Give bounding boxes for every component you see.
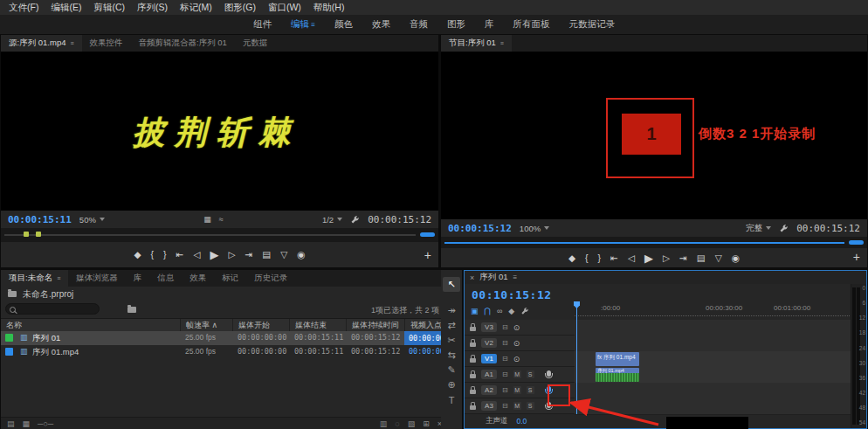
mark-in-icon[interactable]: { bbox=[151, 250, 155, 259]
item-name[interactable]: 序列 01 bbox=[32, 333, 60, 344]
lock-icon[interactable] bbox=[470, 343, 476, 347]
mark-out-icon[interactable]: } bbox=[163, 250, 167, 259]
mute-button[interactable]: M bbox=[513, 370, 521, 378]
go-to-out-icon[interactable]: ⇥ bbox=[679, 253, 687, 263]
drag-video-icon[interactable]: ▦ bbox=[203, 215, 211, 224]
workspace-tab[interactable]: 图形 bbox=[437, 18, 475, 31]
track-lane-v1[interactable]: fx 序列 01.mp4 bbox=[575, 351, 851, 368]
add-marker-icon[interactable]: ◆ bbox=[134, 250, 141, 259]
step-back-icon[interactable]: ◁ bbox=[193, 250, 200, 259]
hand-tool[interactable]: ⊕ bbox=[443, 377, 460, 392]
source-video-area[interactable]: 披荆斩棘 bbox=[1, 52, 438, 211]
program-zoom-select[interactable]: 100% bbox=[520, 224, 549, 233]
menu-item[interactable]: 图形(G) bbox=[218, 2, 262, 14]
step-back-icon[interactable]: ◁ bbox=[628, 253, 635, 263]
selection-tool[interactable]: ↖ bbox=[443, 277, 460, 292]
label-color-chip[interactable] bbox=[5, 348, 13, 356]
workspace-tab[interactable]: 编辑 bbox=[281, 18, 325, 31]
column-header[interactable]: 媒体结束 bbox=[289, 319, 346, 332]
lock-icon[interactable] bbox=[470, 327, 476, 331]
workspace-tab[interactable]: 音频 bbox=[400, 18, 437, 31]
mute-button[interactable]: M bbox=[513, 402, 521, 410]
toggle-output-icon[interactable]: ⊙ bbox=[513, 323, 520, 332]
workspace-tab[interactable]: 元数据记录 bbox=[559, 18, 624, 31]
master-track-header[interactable]: 主声道 0.0 bbox=[465, 414, 575, 427]
lift-icon[interactable]: ▤ bbox=[697, 253, 706, 263]
item-name[interactable]: 序列 01.mp4 bbox=[32, 347, 79, 358]
program-scrub-bar[interactable] bbox=[441, 237, 867, 248]
menu-item[interactable]: 窗口(W) bbox=[262, 2, 307, 14]
mark-in-icon[interactable]: { bbox=[585, 253, 589, 263]
toggle-output-icon[interactable]: ⊙ bbox=[513, 339, 520, 348]
go-to-in-icon[interactable]: ⇤ bbox=[610, 253, 618, 263]
program-settings-wrench-icon[interactable] bbox=[779, 224, 789, 233]
program-resolution-select[interactable]: 完整 bbox=[746, 223, 771, 234]
menu-item[interactable]: 文件(F) bbox=[3, 2, 45, 14]
column-header[interactable]: 帧速率 ∧ bbox=[180, 319, 232, 332]
master-track-level[interactable]: 0.0 bbox=[517, 417, 527, 426]
track-badge[interactable]: A1 bbox=[481, 370, 497, 379]
panel-tab[interactable]: 历史记录 bbox=[246, 270, 295, 287]
source-settings-wrench-icon[interactable] bbox=[350, 215, 360, 225]
solo-button[interactable]: S bbox=[527, 370, 534, 378]
track-header-v1[interactable]: V1 ⊟ ⊙ bbox=[465, 351, 575, 367]
column-header[interactable]: 媒体开始 bbox=[232, 319, 289, 332]
track-lane-v2[interactable] bbox=[575, 336, 851, 352]
add-marker-icon[interactable]: ◆ bbox=[508, 307, 514, 315]
mute-button[interactable]: M bbox=[513, 386, 521, 394]
source-zoom-select[interactable]: 50% bbox=[79, 215, 105, 225]
find-icon[interactable]: ◌ bbox=[395, 419, 399, 428]
menu-item[interactable]: 帮助(H) bbox=[307, 2, 351, 14]
toggle-output-icon[interactable]: ⊙ bbox=[513, 355, 520, 363]
lock-icon[interactable] bbox=[470, 390, 476, 394]
button-editor-icon[interactable]: + bbox=[424, 248, 431, 262]
column-header[interactable]: 媒体持续时间 bbox=[346, 319, 404, 332]
track-lane-v3[interactable] bbox=[575, 320, 851, 336]
track-badge[interactable]: V1 bbox=[481, 354, 497, 363]
go-to-out-icon[interactable]: ⇥ bbox=[245, 250, 253, 259]
sync-lock-icon[interactable]: ⊟ bbox=[502, 339, 508, 347]
workspace-tab[interactable]: 组件 bbox=[244, 18, 281, 31]
table-row[interactable]: ▥ 序列 01 25.00 fps 00:00:00:00 00:00:15:1… bbox=[1, 331, 448, 345]
table-row[interactable]: ▥ 序列 01.mp4 25.00 fps 00:00:00:00 00:00:… bbox=[1, 345, 448, 359]
track-badge[interactable]: A2 bbox=[481, 385, 497, 395]
lift-icon[interactable]: ▤ bbox=[262, 250, 271, 259]
menu-item[interactable]: 序列(S) bbox=[131, 2, 174, 14]
play-button[interactable]: ▶ bbox=[210, 249, 218, 260]
label-color-chip[interactable] bbox=[5, 334, 13, 342]
source-resolution-select[interactable]: 1/2 bbox=[322, 215, 342, 225]
project-file-name[interactable]: 未命名.prproj bbox=[23, 288, 73, 301]
step-forward-icon[interactable]: ▷ bbox=[228, 250, 235, 259]
program-current-timecode[interactable]: 00:00:15:12 bbox=[448, 223, 512, 234]
workspace-tab[interactable]: 效果 bbox=[362, 18, 400, 31]
menu-item[interactable]: 编辑(E) bbox=[45, 2, 87, 14]
panel-tab[interactable]: 元数据 bbox=[235, 35, 276, 52]
panel-tab[interactable]: 信息 bbox=[149, 270, 182, 287]
solo-button[interactable]: S bbox=[527, 402, 534, 410]
sync-lock-icon[interactable]: ⊟ bbox=[502, 386, 508, 394]
timeline-settings-wrench-icon[interactable] bbox=[520, 307, 529, 315]
close-icon[interactable]: × bbox=[470, 273, 474, 282]
video-clip[interactable]: fx 序列 01.mp4 bbox=[596, 352, 639, 366]
menu-item[interactable]: 剪辑(C) bbox=[87, 2, 131, 14]
panel-menu-icon[interactable]: ≡ bbox=[513, 273, 517, 281]
source-current-timecode[interactable]: 00:00:15:11 bbox=[8, 214, 72, 225]
ripple-edit-tool[interactable]: ⇄ bbox=[443, 318, 460, 333]
track-lane-a1[interactable]: 序列 01.mp4 bbox=[575, 367, 851, 384]
extract-icon[interactable]: ▽ bbox=[280, 250, 287, 259]
panel-tab[interactable]: 标记 bbox=[214, 270, 246, 287]
panel-tab[interactable]: 库 bbox=[126, 270, 150, 287]
workspace-tab[interactable]: 颜色 bbox=[325, 18, 362, 31]
razor-tool[interactable]: ✂ bbox=[443, 333, 460, 348]
menu-item[interactable]: 标记(M) bbox=[174, 2, 218, 14]
drag-audio-icon[interactable]: ≈ bbox=[219, 215, 224, 224]
solo-button[interactable]: S bbox=[527, 386, 534, 394]
audio-clip[interactable]: 序列 01.mp4 bbox=[596, 368, 639, 382]
track-select-tool[interactable]: ↠ bbox=[443, 303, 460, 318]
workspace-tab[interactable]: 所有面板 bbox=[503, 18, 559, 31]
go-to-in-icon[interactable]: ⇤ bbox=[176, 250, 184, 259]
add-marker-icon[interactable]: ◆ bbox=[568, 253, 575, 263]
track-lane-a2[interactable] bbox=[575, 383, 851, 399]
list-view-icon[interactable]: ▤ bbox=[7, 419, 15, 428]
export-frame-icon[interactable]: ◉ bbox=[732, 253, 740, 263]
